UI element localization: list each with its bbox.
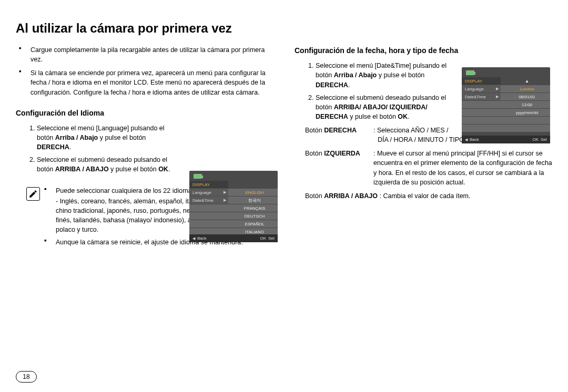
pencil-icon (28, 189, 38, 199)
language-heading: Configuración del Idioma (16, 108, 273, 118)
lcd-empty (189, 220, 228, 228)
lcd-set-label: Set (268, 236, 275, 241)
txt-bold: ARRIBA / ABAJO (55, 166, 109, 173)
txt: Botón (305, 192, 324, 200)
btn-izquierda-row: Botón IZQUIERDA : Mueve el cursor al men… (305, 149, 552, 187)
lcd-opt-korean: 한국어 (228, 197, 278, 204)
lcd-empty (462, 101, 501, 109)
lcd-set-label: Set (541, 137, 547, 142)
txt-bold: OK (398, 113, 408, 120)
lcd-footer: ◀ Back OK Set (189, 234, 278, 242)
txt-bold: DERECHA (37, 143, 69, 151)
lcd-up-arrow: ▲ (501, 77, 550, 85)
txt: . (69, 143, 71, 151)
lcd-opt-francais: FRANÇAIS (228, 204, 278, 212)
txt: . (168, 166, 170, 173)
txt: Botón (305, 127, 324, 134)
txt: y pulse el botón (377, 71, 424, 79)
lcd-row-datetime: Date&Time▶ (189, 197, 228, 204)
lcd-header: DISPLAY (189, 181, 228, 189)
txt: y pulse el botón (109, 166, 159, 173)
txt: y pulse el botón (348, 113, 398, 120)
lcd-row-datetime: Date&Time▶ (462, 93, 501, 101)
btn-updown-row: Botón ARRIBA / ABAJO : Cambia el valor d… (305, 191, 552, 201)
txt-bold: Arriba / Abajo (55, 134, 98, 141)
txt-bold: IZQUIERDA (324, 150, 360, 157)
txt: . (408, 113, 409, 120)
lcd-opt-espanol: ESPAÑOL (228, 220, 278, 228)
lcd-opt-deutsch: DEUTSCH (228, 212, 278, 220)
txt-bold: Arriba / Abajo (334, 71, 377, 79)
lcd-opt-time: 13:00 (501, 101, 550, 109)
txt: Language (192, 190, 211, 195)
note-icon (26, 187, 40, 201)
lcd-language-screen: DISPLAY Language▶ ENGLISH Date&Time▶ 한국어… (189, 171, 278, 242)
lcd-empty (462, 117, 501, 125)
btn-izquierda-label: Botón IZQUIERDA (305, 149, 373, 187)
battery-icon (466, 70, 474, 75)
btn-derecha-label: Botón DERECHA (305, 126, 373, 145)
battery-icon (194, 174, 202, 179)
intro-bullet-1: Cargue completamente la pila recargable … (31, 45, 273, 64)
txt: : Cambia el valor de cada ítem. (379, 192, 470, 200)
lcd-back-label: Back (197, 236, 207, 241)
txt: y pulse el botón (98, 134, 146, 141)
chevron-right-icon: ▶ (224, 190, 226, 194)
txt-bold: OK (158, 166, 168, 173)
page-number: 18 (16, 371, 37, 383)
lcd-empty (462, 125, 501, 132)
date-heading: Configuración de la fecha, hora y tipo d… (295, 45, 552, 56)
intro-bullet-2: Si la cámara se enciende por primera vez… (31, 68, 273, 97)
txt: . (348, 81, 350, 89)
chevron-right-icon: ▶ (496, 87, 499, 91)
txt: Date&Time (192, 198, 214, 203)
lcd-row-language: Language▶ (462, 85, 501, 93)
language-steps: Seleccione el menú [Language] pulsando e… (16, 123, 273, 174)
txt: Language (465, 87, 484, 91)
lcd-back-label: Back (470, 137, 479, 142)
chevron-right-icon: ▶ (496, 95, 499, 99)
chevron-right-icon: ▶ (224, 198, 226, 202)
txt-bold: DERECHA (316, 81, 348, 89)
lcd-row-language: Language▶ (189, 189, 228, 197)
lcd-empty (189, 212, 228, 220)
lcd-empty (501, 117, 550, 125)
lcd-empty (189, 204, 228, 212)
lcd-header: DISPLAY (462, 77, 501, 85)
txt: Date&Time (465, 95, 486, 99)
lcd-opt-london: London (501, 85, 550, 93)
lcd-ok-label: OK (532, 137, 539, 142)
lcd-opt-english: ENGLISH (228, 189, 278, 197)
lcd-opt-format: yyyy/mm/dd (501, 109, 550, 117)
lcd-empty (228, 181, 278, 189)
txt: : Selecciona AÑO / MES / (373, 127, 448, 134)
intro-bullets: Cargue completamente la pila recargable … (16, 45, 273, 97)
page-title: Al utilizar la cámara por primera vez (16, 21, 552, 36)
lcd-date-screen: DISPLAY ▲ Language▶ London Date&Time▶ 08… (462, 67, 550, 143)
txt-bold: DERECHA (324, 127, 357, 134)
triangle-left-icon: ◀ (465, 138, 468, 142)
lcd-opt-date: 08/01/01 (501, 93, 550, 101)
lcd-empty (462, 109, 501, 117)
triangle-up-icon: ▲ (525, 79, 529, 84)
triangle-left-icon: ◀ (192, 236, 195, 241)
lcd-empty (501, 125, 550, 132)
lcd-footer: ◀ Back OK Set (462, 136, 550, 143)
txt-bold: ARRIBA / ABAJO (324, 192, 378, 200)
btn-izquierda-body: : Mueve el cursor al menú principal [FF/… (373, 149, 552, 187)
lang-step-1: Seleccione el menú [Language] pulsando e… (37, 123, 273, 152)
txt: Botón (305, 150, 324, 157)
lcd-ok-label: OK (260, 236, 266, 241)
